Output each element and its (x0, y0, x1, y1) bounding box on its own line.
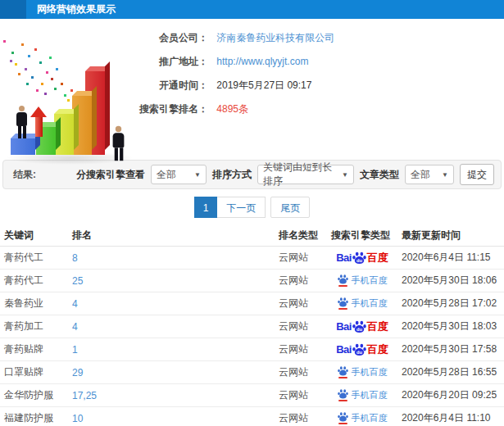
keyword-cell: 膏药代工 (0, 274, 68, 288)
rank-link[interactable]: 29 (68, 367, 275, 378)
svg-text:du: du (356, 350, 362, 355)
keyword-cell: 膏药加工 (0, 320, 68, 333)
baidu-mobile-badge: 手机百度 (338, 297, 388, 310)
baidu-paw-icon: du (352, 320, 366, 333)
baidu-mobile-badge: 手机百度 (338, 274, 388, 287)
info-fields: 会员公司： 济南秦鲁药业科技有限公司 推广地址： http://www.qlyy… (136, 26, 334, 121)
rank-link[interactable]: 17,25 (68, 390, 275, 401)
baidu-paw-icon: du (352, 343, 366, 356)
promo-url-link[interactable]: http://www.qlyyjt.com (216, 56, 308, 67)
chevron-down-icon: ▼ (442, 171, 448, 179)
promo-url-row: 推广地址： http://www.qlyyjt.com (136, 50, 334, 74)
confetti-decoration (3, 40, 6, 43)
keyword-cell: 膏药代工 (0, 251, 68, 265)
baidu-mobile-paw-icon (338, 366, 348, 378)
open-time-value: 2019年5月27日 09:17 (216, 79, 311, 91)
engine-cell: Bai du 百度 (327, 320, 397, 333)
rank-link[interactable]: 4 (68, 298, 275, 310)
engine-cell: 手机百度 (327, 412, 397, 424)
rank-type-cell: 云网站 (275, 365, 327, 379)
article-type-label: 文章类型 (360, 168, 399, 182)
engine-cell: 手机百度 (327, 274, 397, 287)
baidu-logo-cn-text: 百度 (367, 252, 388, 263)
sort-select[interactable]: 关键词由短到长排序 ▼ (257, 165, 354, 184)
table-row: 膏药贴牌1云网站 Bai du 百度 2020年5月30日 17:58 (0, 338, 504, 361)
baidu-paw-icon: du (352, 252, 366, 265)
rank-link[interactable]: 8 (68, 252, 275, 264)
engine-cell: 手机百度 (327, 366, 397, 378)
sort-label: 排序方式 (212, 168, 252, 182)
company-info-panel: 会员公司： 济南秦鲁药业科技有限公司 推广地址： http://www.qlyy… (0, 19, 504, 156)
page-1-button[interactable]: 1 (194, 197, 218, 218)
baidu-mobile-label: 手机百度 (352, 414, 388, 423)
open-time-row: 开通时间： 2019年5月27日 09:17 (136, 74, 334, 97)
keyword-ranking-table: 关键词 排名 排名类型 搜索引擎类型 最新更新时间 膏药代工8云网站 Bai d… (0, 224, 504, 426)
header-keyword: 关键词 (0, 229, 68, 242)
engine-view-select[interactable]: 全部 ▼ (151, 165, 207, 184)
rank-link[interactable]: 1 (68, 344, 275, 356)
pagination-area: 1 下一页 尾页 (0, 189, 504, 224)
baidu-logo: Bai du 百度 (336, 343, 388, 356)
baidu-logo: Bai du 百度 (336, 252, 388, 265)
baidu-logo-bai-text: Bai (336, 321, 352, 332)
ranking-count-value: 4895条 (216, 103, 248, 115)
update-time-cell: 2020年5月30日 17:58 (397, 342, 504, 356)
baidu-logo: Bai du 百度 (336, 320, 388, 333)
rank-type-cell: 云网站 (275, 274, 327, 288)
keyword-cell: 金华防护服 (0, 388, 68, 402)
table-row: 金华防护服17,25云网站 手机百度 2020年6月20日 09:25 (0, 384, 504, 407)
pagination: 1 下一页 尾页 (194, 197, 311, 218)
keyword-cell: 口罩贴牌 (0, 365, 68, 379)
rank-type-cell: 云网站 (275, 342, 327, 356)
result-label: 结果: (13, 168, 36, 182)
chevron-down-icon: ▼ (194, 171, 201, 179)
header-engine-type: 搜索引擎类型 (327, 229, 397, 242)
update-time-cell: 2020年5月28日 16:55 (397, 365, 504, 379)
table-row: 秦鲁药业4云网站 手机百度 2020年5月28日 17:02 (0, 292, 504, 315)
engine-cell: 手机百度 (327, 297, 397, 310)
last-page-button[interactable]: 尾页 (270, 197, 310, 218)
table-body: 膏药代工8云网站 Bai du 百度 2020年6月4日 11:15膏药代工25… (0, 247, 504, 426)
svg-text:du: du (356, 327, 362, 332)
rank-type-cell: 云网站 (275, 388, 327, 402)
baidu-mobile-paw-icon (338, 274, 348, 287)
rank-link[interactable]: 10 (68, 413, 275, 424)
baidu-mobile-paw-icon (338, 297, 348, 310)
update-time-cell: 2020年5月30日 18:06 (397, 274, 504, 288)
open-time-label: 开通时间： (136, 74, 208, 97)
keyword-cell: 福建防护服 (0, 411, 68, 425)
submit-button[interactable]: 提交 (460, 164, 494, 185)
rank-link[interactable]: 25 (68, 275, 275, 287)
engine-view-label: 分搜索引擎查看 (76, 168, 145, 182)
table-row: 膏药代工25云网站 手机百度 2020年5月30日 18:06 (0, 270, 504, 292)
header-rank: 排名 (68, 229, 275, 242)
baidu-mobile-badge: 手机百度 (338, 366, 388, 378)
rank-type-cell: 云网站 (275, 297, 327, 310)
article-type-select[interactable]: 全部 ▼ (405, 165, 454, 184)
rank-type-cell: 云网站 (275, 251, 327, 265)
member-company-label: 会员公司： (136, 26, 208, 50)
baidu-mobile-label: 手机百度 (352, 276, 388, 285)
table-row: 福建防护服10云网站 手机百度 2020年6月4日 11:10 (0, 407, 504, 426)
ranking-count-row: 搜索引擎排名： 4895条 (136, 97, 334, 121)
rank-link[interactable]: 4 (68, 321, 275, 333)
header-corner (0, 0, 26, 19)
illustration-bar-blue (11, 138, 35, 155)
baidu-mobile-label: 手机百度 (352, 391, 388, 400)
ranking-count-label: 搜索引擎排名： (136, 97, 208, 121)
page-title: 网络营销效果展示 (26, 2, 116, 16)
baidu-mobile-label: 手机百度 (352, 368, 388, 377)
next-page-button[interactable]: 下一页 (217, 197, 266, 218)
engine-cell: Bai du 百度 (327, 343, 397, 356)
header-rank-type: 排名类型 (275, 229, 327, 242)
update-time-cell: 2020年5月30日 18:03 (397, 320, 504, 333)
businessman-figure-left (16, 106, 27, 138)
update-time-cell: 2020年5月28日 17:02 (397, 297, 504, 310)
title-bar: 网络营销效果展示 (0, 0, 504, 19)
member-company-link[interactable]: 济南秦鲁药业科技有限公司 (216, 32, 334, 43)
baidu-logo-cn-text: 百度 (367, 344, 388, 355)
baidu-logo-bai-text: Bai (336, 344, 352, 355)
header-update-time: 最新更新时间 (397, 229, 504, 242)
table-row: 膏药加工4云网站 Bai du 百度 2020年5月30日 18:03 (0, 315, 504, 338)
update-time-cell: 2020年6月4日 11:10 (397, 411, 504, 425)
